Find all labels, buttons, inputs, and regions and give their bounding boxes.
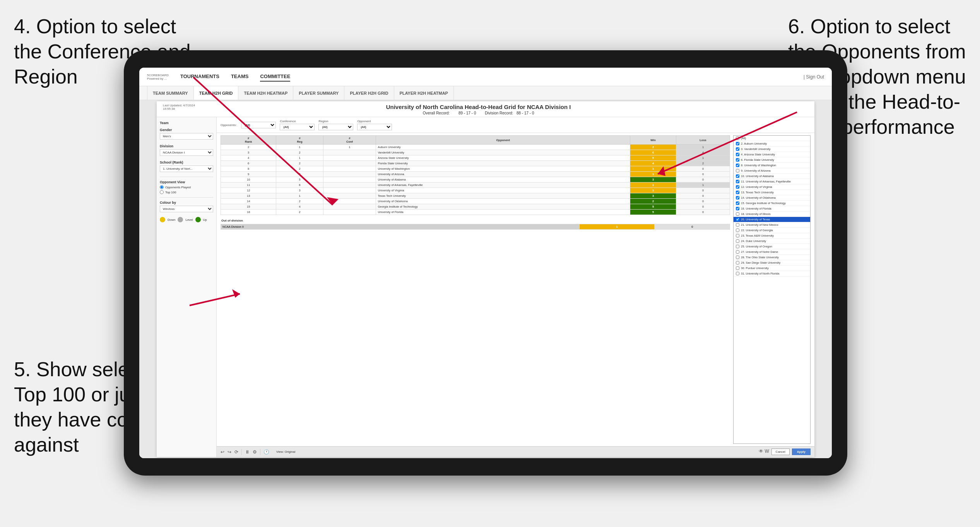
nav-committee[interactable]: COMMITTEE <box>260 72 290 82</box>
gender-select[interactable]: Men's <box>160 133 213 140</box>
table-row: 6 2 Florida State University 4 2 <box>221 161 730 166</box>
cell-opponent: Vanderbilt University <box>376 150 630 155</box>
apply-button[interactable]: Apply <box>792 449 811 455</box>
opponent-list-item[interactable]: 3. Vanderbilt University <box>734 147 810 152</box>
table-row: 4 1 Arizona State University 5 1 <box>221 155 730 161</box>
last-updated: Last Updated: 4/7/2024 16:55:38 <box>163 104 195 111</box>
cell-reg: 1 <box>276 155 323 161</box>
cell-opponent: University of Florida <box>376 210 630 215</box>
cell-loss: 1 <box>676 182 730 188</box>
opponent-list-item[interactable]: 16. University of Florida <box>734 206 810 211</box>
opponent-list-item[interactable]: 14. University of Oklahoma <box>734 195 810 201</box>
report-title: University of North Carolina Head-to-Hea… <box>386 104 571 110</box>
cell-loss: 1 <box>676 145 730 150</box>
cell-loss: 4 <box>676 150 730 155</box>
reset-icon[interactable]: ⟳ <box>234 449 238 455</box>
subtab-player-summary[interactable]: PLAYER SUMMARY <box>293 86 344 100</box>
opponent-list-item[interactable]: 31. University of North Florida <box>734 271 810 276</box>
radio-opponents-played[interactable]: Opponents Played <box>160 185 213 189</box>
cell-rank: 4 <box>221 155 276 161</box>
cell-opponent: Arizona State University <box>376 155 630 161</box>
table-row: 2 1 1 Auburn University 2 1 <box>221 145 730 150</box>
cell-reg: 1 <box>276 193 323 199</box>
cell-conf <box>323 177 376 182</box>
cell-reg: 2 <box>276 210 323 215</box>
opponent-list-item[interactable]: 21. University of New Mexico <box>734 222 810 228</box>
cell-reg: 2 <box>276 199 323 204</box>
region-select[interactable]: (All) <box>318 124 353 130</box>
cell-loss: 0 <box>676 166 730 172</box>
legend: Down Level Up <box>160 217 213 222</box>
opponent-list-item[interactable]: 27. University of Notre Dame <box>734 249 810 255</box>
opponents-select[interactable]: (All) <box>241 122 276 128</box>
opponent-dropdown[interactable]: (All)2. Auburn University3. Vanderbilt U… <box>733 135 811 444</box>
subtab-team-h2h-grid[interactable]: TEAM H2H GRID <box>194 86 239 100</box>
school-select[interactable]: 1. University of Nort... <box>160 165 213 172</box>
toolbar-right: 👁 W Cancel Apply <box>759 449 811 455</box>
opponent-list-item[interactable]: 30. Purdue University <box>734 266 810 271</box>
cell-win: 3 <box>630 177 676 182</box>
conference-select[interactable]: (All) <box>280 124 315 130</box>
opponent-list-item[interactable]: 22. University of Georgia <box>734 228 810 233</box>
subtab-team-h2h-heatmap[interactable]: TEAM H2H HEATMAP <box>238 86 293 100</box>
col-loss: Loss <box>676 136 730 145</box>
opponent-list-item[interactable]: 6. Florida State University <box>734 157 810 163</box>
opponent-list-item[interactable]: 2. Auburn University <box>734 141 810 147</box>
cell-opponent: University of Virginia <box>376 188 630 193</box>
cell-reg: 6 <box>276 182 323 188</box>
opponent-list-item[interactable]: 4. Arizona State University <box>734 152 810 157</box>
colour-by-label: Colour by <box>160 201 213 205</box>
cell-reg: 2 <box>276 161 323 166</box>
opponent-list-item[interactable]: 18. University of Illinois <box>734 211 810 217</box>
undo-icon[interactable]: ↩ <box>221 449 224 455</box>
toolbar-view-label: View: Original <box>276 450 295 454</box>
opponent-list-item[interactable]: 13. Texas Tech University <box>734 190 810 195</box>
cell-loss: 0 <box>676 193 730 199</box>
redo-icon[interactable]: ↪ <box>227 449 231 455</box>
cell-opponent: University of Alabama <box>376 177 630 182</box>
subtab-player-h2h-grid[interactable]: PLAYER H2H GRID <box>344 86 394 100</box>
opponent-list-item[interactable]: 11. University of Arkansas, Fayetteville <box>734 179 810 184</box>
toolbar-sep2 <box>260 449 260 455</box>
opponent-select[interactable]: (All) <box>357 124 392 130</box>
toolbar-sep1 <box>241 449 242 455</box>
nav-teams[interactable]: TEAMS <box>231 72 249 82</box>
opponent-list-item[interactable]: 24. Duke University <box>734 239 810 244</box>
colour-by-select[interactable]: Win/loss <box>160 206 213 212</box>
cell-reg: 5 <box>276 177 323 182</box>
col-rank: #Rank <box>221 136 276 145</box>
cell-win: 5 <box>630 210 676 215</box>
settings-icon[interactable]: ⚙ <box>253 449 257 455</box>
cell-reg: 3 <box>276 172 323 177</box>
table-row: 9 3 University of Arizona 1 0 <box>221 172 730 177</box>
opponent-list-item[interactable]: 8. University of Washington <box>734 163 810 168</box>
opponent-list-item[interactable]: (All) <box>734 136 810 141</box>
table-row: 12 3 University of Virginia 1 0 <box>221 188 730 193</box>
opponent-list-item[interactable]: 10. University of Alabama <box>734 174 810 179</box>
radio-top-100[interactable]: Top 100 <box>160 190 213 194</box>
opponent-list-item[interactable]: 23. Texas A&M University <box>734 233 810 239</box>
cell-reg: 4 <box>276 204 323 210</box>
cell-reg: 1 <box>276 145 323 150</box>
pause-icon[interactable]: ⏸ <box>245 449 250 455</box>
right-area: Opponents: (All) Conference (All) <box>217 117 814 457</box>
clock-icon[interactable]: 🕐 <box>263 449 269 455</box>
cell-opponent: University of Arizona <box>376 172 630 177</box>
opponent-list-item[interactable]: 9. University of Arizona <box>734 168 810 174</box>
opponent-list-item[interactable]: 28. The Ohio State University <box>734 255 810 260</box>
opponent-list-item[interactable]: 29. San Diego State University <box>734 260 810 266</box>
cancel-button[interactable]: Cancel <box>771 449 790 455</box>
opponent-list-item[interactable]: 25. University of Oregon <box>734 244 810 249</box>
legend-up-label: Up <box>203 218 207 222</box>
opponent-list-item[interactable]: 20. University of Texas <box>734 217 810 222</box>
division-select[interactable]: NCAA Division I <box>160 149 213 156</box>
cell-opponent: University of Arkansas, Fayetteville <box>376 182 630 188</box>
opponent-list-item[interactable]: 15. Georgia Institute of Technology <box>734 201 810 206</box>
nav-tournaments[interactable]: TOURNAMENTS <box>180 72 219 82</box>
subtab-player-h2h-heatmap[interactable]: PLAYER H2H HEATMAP <box>394 86 454 100</box>
cell-opponent: Georgia Institute of Technology <box>376 204 630 210</box>
conference-filter: Conference (All) <box>280 119 315 130</box>
nav-sign-out[interactable]: | Sign Out <box>804 74 824 80</box>
opponent-list-item[interactable]: 12. University of Virginia <box>734 184 810 190</box>
subtab-team-summary[interactable]: TEAM SUMMARY <box>147 86 194 100</box>
